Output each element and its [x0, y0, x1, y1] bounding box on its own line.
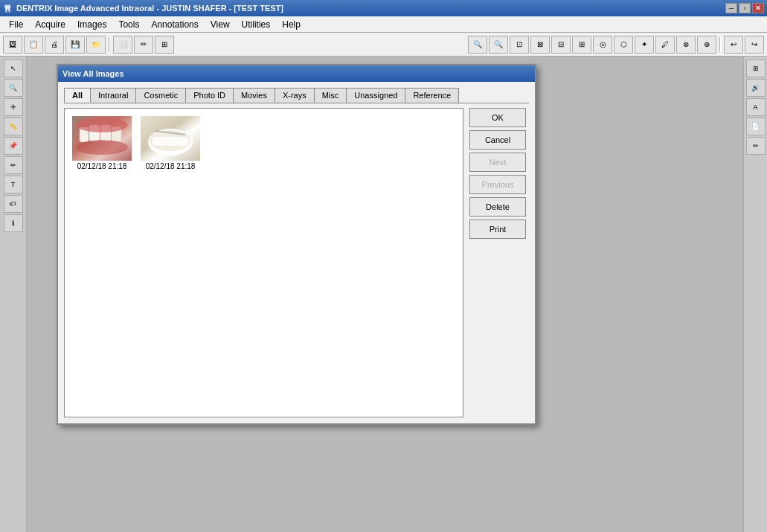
minimize-button[interactable]: ─: [725, 3, 737, 13]
toolbar-btn-2[interactable]: 📋: [24, 36, 43, 54]
delete-button[interactable]: Delete: [469, 197, 526, 217]
left-sidebar: ↖ 🔍 ✛ 📏 📌 ✏ T 🏷 ℹ: [0, 57, 27, 532]
dialog-title: View All Images: [58, 65, 535, 82]
main-area: ↖ 🔍 ✛ 📏 📌 ✏ T 🏷 ℹ View All Images All In…: [0, 57, 767, 532]
previous-button[interactable]: Previous: [469, 175, 526, 194]
image-thumb-2[interactable]: 02/12/18 21:18: [139, 115, 202, 172]
title-text: DENTRIX Image Advanced Intraoral - JUSTI…: [12, 4, 725, 13]
menu-help[interactable]: Help: [276, 18, 307, 31]
menu-bar: File Acquire Images Tools Annotations Vi…: [0, 16, 767, 33]
sidebar-annotate[interactable]: 📌: [4, 137, 23, 155]
right-sidebar-btn-4[interactable]: 📄: [746, 118, 766, 135]
sidebar-zoom[interactable]: 🔍: [4, 79, 23, 97]
view-all-images-dialog: View All Images All Intraoral Cosmetic P…: [57, 64, 536, 425]
tab-reference[interactable]: Reference: [405, 88, 459, 103]
toolbar-sep-2: [719, 37, 721, 52]
toolbar-right: 🔍 🔍 ⊡ ⊠ ⊟ ⊞ ◎ ⬡ ✦ 🖊 ⊗ ⊕ ↩ ↪: [468, 36, 764, 54]
button-panel: OK Cancel Next Previous Delete Print: [469, 108, 529, 417]
menu-view[interactable]: View: [205, 18, 236, 31]
menu-utilities[interactable]: Utilities: [236, 18, 277, 31]
dialog-title-text: View All Images: [62, 69, 124, 78]
svg-point-6: [76, 140, 128, 155]
restore-button[interactable]: ▫: [739, 3, 751, 13]
print-button[interactable]: Print: [469, 219, 526, 239]
toolbar-btn-r4[interactable]: ⊞: [572, 36, 591, 54]
menu-acquire[interactable]: Acquire: [29, 18, 71, 31]
toolbar-redo[interactable]: ↪: [745, 36, 764, 54]
toolbar-btn-1[interactable]: 🖼: [3, 36, 22, 54]
toolbar-zoom-in[interactable]: 🔍: [468, 36, 487, 54]
toolbar: 🖼 📋 🖨 💾 📁 ⬜ ✏ ⊞ 🔍 🔍 ⊡ ⊠ ⊟ ⊞ ◎ ⬡ ✦ 🖊 ⊗ ⊕ …: [0, 33, 767, 57]
toolbar-btn-r9[interactable]: ⊗: [676, 36, 696, 54]
toolbar-btn-r6[interactable]: ⬡: [614, 36, 633, 54]
toolbar-btn-3[interactable]: 🖨: [45, 36, 64, 54]
image-thumb-1[interactable]: 02/12/18 21:18: [71, 115, 133, 172]
svg-rect-10: [152, 137, 189, 146]
toolbar-btn-8[interactable]: ⊞: [155, 36, 174, 54]
menu-annotations[interactable]: Annotations: [145, 18, 204, 31]
sidebar-measure[interactable]: 📏: [4, 118, 23, 135]
image-preview-2: [141, 116, 200, 161]
title-bar: 🦷 DENTRIX Image Advanced Intraoral - JUS…: [0, 0, 767, 16]
next-button[interactable]: Next: [469, 153, 526, 172]
right-sidebar-btn-1[interactable]: ⊞: [746, 60, 766, 77]
tab-misc[interactable]: Misc: [314, 88, 347, 103]
toolbar-btn-r10[interactable]: ⊕: [697, 36, 716, 54]
image-label-1: 02/12/18 21:18: [77, 162, 127, 170]
tab-cosmetic[interactable]: Cosmetic: [135, 88, 186, 103]
toolbar-btn-r2[interactable]: ⊠: [530, 36, 550, 54]
sidebar-draw[interactable]: ✏: [4, 156, 23, 174]
toolbar-undo[interactable]: ↩: [724, 36, 743, 54]
toolbar-btn-6[interactable]: ⬜: [113, 36, 132, 54]
right-sidebar: ⊞ 🔊 A 📄 ✏: [743, 57, 767, 532]
toolbar-btn-7[interactable]: ✏: [134, 36, 153, 54]
tab-photoid[interactable]: Photo ID: [185, 88, 234, 103]
images-area: 02/12/18 21:18: [64, 108, 463, 417]
image-label-2: 02/12/18 21:18: [146, 162, 196, 170]
sidebar-crosshair[interactable]: ✛: [4, 98, 23, 116]
toolbar-zoom-out[interactable]: 🔍: [489, 36, 508, 54]
menu-file[interactable]: File: [3, 18, 29, 31]
menu-images[interactable]: Images: [71, 18, 112, 31]
close-button[interactable]: ✕: [752, 3, 764, 13]
ok-button[interactable]: OK: [469, 108, 526, 127]
content-area: View All Images All Intraoral Cosmetic P…: [27, 57, 743, 532]
app-icon: 🦷: [3, 4, 12, 13]
toolbar-btn-r3[interactable]: ⊟: [551, 36, 571, 54]
toolbar-btn-5[interactable]: 📁: [86, 36, 106, 54]
toolbar-btn-r7[interactable]: ✦: [635, 36, 654, 54]
sidebar-cursor[interactable]: ↖: [4, 60, 23, 77]
cancel-button[interactable]: Cancel: [469, 130, 526, 150]
sidebar-tag[interactable]: 🏷: [4, 195, 23, 213]
right-sidebar-btn-3[interactable]: A: [746, 98, 766, 116]
right-sidebar-btn-2[interactable]: 🔊: [746, 79, 766, 97]
toolbar-btn-4[interactable]: 💾: [65, 36, 85, 54]
toolbar-sep-1: [109, 37, 110, 52]
toolbar-btn-r8[interactable]: 🖊: [655, 36, 675, 54]
tab-intraoral[interactable]: Intraoral: [90, 88, 136, 103]
image-preview-1: [72, 116, 132, 161]
tab-bar: All Intraoral Cosmetic Photo ID Movies X…: [64, 88, 529, 103]
sidebar-text[interactable]: T: [4, 176, 23, 193]
tab-xrays[interactable]: X-rays: [275, 88, 315, 103]
dialog-body: All Intraoral Cosmetic Photo ID Movies X…: [58, 82, 535, 423]
svg-point-5: [76, 118, 128, 132]
sidebar-info[interactable]: ℹ: [4, 214, 23, 232]
dialog-content: 02/12/18 21:18: [64, 108, 529, 417]
toolbar-btn-r5[interactable]: ◎: [593, 36, 612, 54]
menu-tools[interactable]: Tools: [112, 18, 145, 31]
right-sidebar-btn-5[interactable]: ✏: [746, 137, 766, 155]
toolbar-btn-r1[interactable]: ⊡: [510, 36, 529, 54]
tab-movies[interactable]: Movies: [233, 88, 275, 103]
tab-unassigned[interactable]: Unassigned: [346, 88, 405, 103]
tab-all[interactable]: All: [64, 88, 91, 103]
title-controls: ─ ▫ ✕: [725, 3, 764, 13]
